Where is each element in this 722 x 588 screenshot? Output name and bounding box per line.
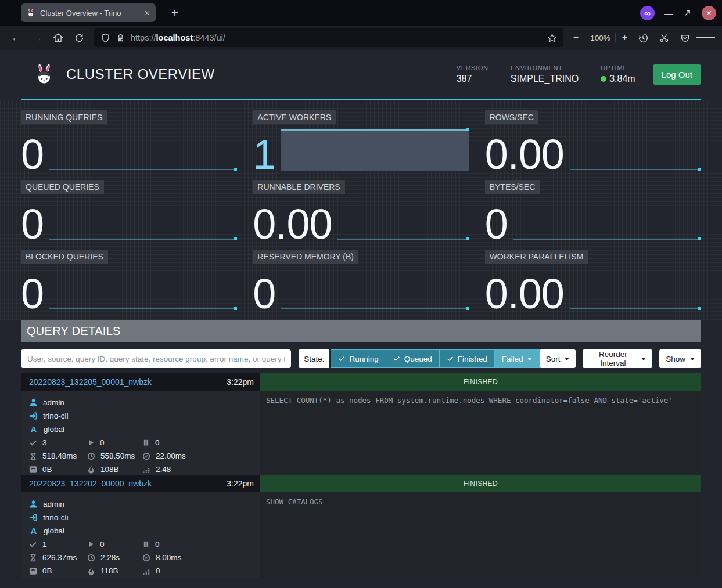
query-row: 20220823_132205_00001_nwbzk 3:22pm FINIS… [21,373,701,473]
back-button[interactable]: ← [7,29,26,46]
query-row-body: admin trino-cli Aglobal 3 0 0 518.48ms 5… [21,391,701,473]
zoom-level[interactable]: 100% [590,34,610,42]
tab-close-icon[interactable] [144,10,150,16]
query-row-header: 20220823_132205_00001_nwbzk 3:22pm FINIS… [21,373,701,391]
trino-bunny-logo [33,63,56,86]
lock-warning-icon[interactable] [116,33,125,43]
app-header: CLUSTER OVERVIEW VERSION 387 ENVIRONMENT… [21,50,701,100]
elapsed-time-icon [87,452,95,460]
queued-splits-icon [142,540,150,548]
uptime-value: 3.84m [609,74,635,84]
current-memory-icon [29,466,37,474]
url-prefix: https:// [131,33,156,42]
history-button[interactable] [634,29,652,46]
query-time: 3:22pm [227,377,254,387]
forward-button[interactable]: → [28,29,46,46]
url-text[interactable]: https://localhost:8443/ui/ [131,33,542,42]
logout-button[interactable]: Log Out [653,64,701,85]
stat-card: WORKER PARALLELISM 0.00 [485,247,701,313]
url-bar[interactable]: https://localhost:8443/ui/ [94,28,563,47]
check-icon [393,355,400,362]
state-filter-group: State: Running Queued Finished Failed [299,349,539,368]
sort-button[interactable]: Sort [540,349,576,368]
window-minimize-button[interactable]: — [664,8,673,18]
query-user: admin [43,500,64,508]
separator [585,33,585,42]
query-time: 3:22pm [227,479,254,488]
pocket-button[interactable] [676,29,694,46]
stat-card: RUNNABLE DRIVERS 0.00 [253,177,469,244]
query-source: trino-cli [43,412,69,420]
state-filter-button[interactable]: Failed [495,349,540,368]
cluster-stats-section: RUNNING QUERIES 0 ACTIVE WORKERS 1 ROWS/… [0,100,722,320]
stat-card: ROWS/SEC 0.00 [485,107,701,174]
check-icon [338,355,345,362]
query-resource-group: global [44,425,64,434]
window-restore-button[interactable] [683,9,692,17]
sparkline [49,199,237,240]
stat-card-value: 0 [253,277,275,310]
current-memory-icon [29,567,37,575]
state-filter-button[interactable]: Finished [440,349,495,368]
cpu-time: 22.00ms [156,452,186,460]
window-close-button[interactable] [702,6,716,20]
running-splits-icon [87,540,95,548]
chevron-down-icon [565,358,569,360]
reload-button[interactable] [70,29,88,46]
browser-tab[interactable]: Cluster Overview - Trino [21,3,156,22]
stat-card-label: QUEUED QUERIES [21,180,104,194]
screenshot-button[interactable] [655,29,673,46]
current-memory: 0B [42,465,52,474]
sparkline [281,129,469,171]
cpu-time: 8.00ms [156,553,181,562]
state-filter-button[interactable]: Running [331,349,386,368]
environment-value: SIMPLE_TRINO [511,74,579,84]
stat-card: BYTES/SEC 0 [485,177,701,244]
wall-time-icon [29,452,37,460]
stat-card-value: 1 [253,138,275,171]
separator [615,33,616,42]
home-button[interactable] [49,29,67,46]
new-tab-button[interactable]: + [166,4,184,21]
stat-card-label: BLOCKED QUERIES [21,250,108,264]
state-filter-button-label: Queued [404,355,432,363]
sparkline [337,199,469,240]
wall-time-icon [29,554,37,562]
reorder-interval-button[interactable]: Reorder Interval [583,349,652,368]
stat-card-value: 0.00 [253,208,332,240]
query-search-input[interactable] [21,349,291,368]
show-button[interactable]: Show [659,349,701,368]
url-suffix: :8443/ui/ [193,33,225,42]
parallelism-icon [142,466,150,474]
tracking-shield-icon[interactable] [100,33,110,43]
state-filter-button[interactable]: Queued [386,349,440,368]
cumulative-memory-icon [87,567,95,575]
environment-label: ENVIRONMENT [511,64,579,71]
running-splits: 0 [100,438,105,447]
reorder-interval-label: Reorder Interval [589,350,637,367]
zoom-in-button[interactable]: + [620,33,629,43]
parallelism: 0 [156,567,160,575]
bookmark-star-icon[interactable] [547,32,557,44]
query-resource-group: global [44,526,64,535]
stat-card-value: 0 [485,208,508,240]
query-user: admin [43,398,64,407]
query-id-link[interactable]: 20220823_132205_00001_nwbzk [29,377,152,387]
cluster-meta: VERSION 387 ENVIRONMENT SIMPLE_TRINO UPT… [457,64,635,84]
completed-splits: 3 [42,438,47,447]
zoom-out-button[interactable]: − [572,33,580,43]
query-sql-text: SHOW CATALOGS [260,492,701,578]
query-row: 20220823_132202_00000_nwbzk 3:22pm FINIS… [21,475,701,575]
stat-card: RUNNING QUERIES 0 [21,107,237,174]
current-memory: 0B [42,567,52,575]
resource-group-icon: A [29,424,38,434]
menu-button[interactable] [696,29,715,46]
environment-meta: ENVIRONMENT SIMPLE_TRINO [511,64,579,84]
query-id-link[interactable]: 20220823_132202_00000_nwbzk [29,479,152,488]
query-row-body: admin trino-cli Aglobal 1 0 0 626.37ms 2… [21,492,701,575]
stat-card-label: BYTES/SEC [485,180,540,194]
cpu-time-icon [142,452,150,460]
show-label: Show [666,355,685,363]
uptime-meta: UPTIME 3.84m [601,64,635,84]
completed-splits: 1 [42,540,47,549]
